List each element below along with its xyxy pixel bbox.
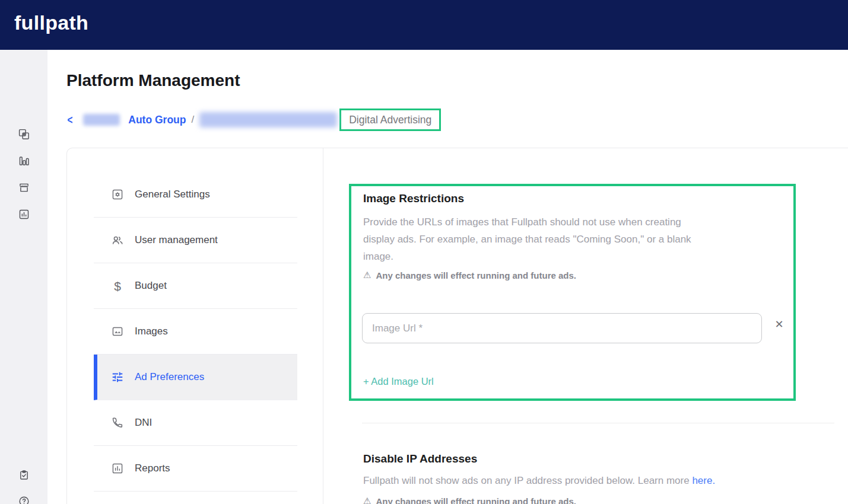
nav-item-ad-preferences[interactable]: Ad Preferences	[94, 355, 297, 400]
left-icon-rail	[0, 50, 47, 504]
warning-icon: ⚠	[363, 496, 371, 504]
add-image-url-link[interactable]: + Add Image Url	[363, 376, 434, 387]
section-divider	[362, 423, 834, 423]
disable-ip-warning: ⚠ Any changes will effect running and fu…	[363, 496, 576, 504]
disable-ip-description: Fullpath will not show ads on any IP add…	[363, 475, 715, 487]
nav-item-label: Ad Preferences	[135, 371, 204, 383]
highlight-box-breadcrumb: Digital Advertising	[339, 109, 441, 131]
users-icon	[110, 233, 125, 247]
disable-ip-description-text: Fullpath will not show ads on any IP add…	[363, 475, 692, 486]
breadcrumb-current: Digital Advertising	[349, 114, 431, 126]
sliders-icon	[110, 370, 125, 384]
settings-nav: General Settings User management $	[94, 172, 297, 492]
dollar-icon: $	[110, 279, 125, 293]
nav-item-label: Images	[135, 326, 168, 337]
warning-icon: ⚠	[363, 270, 371, 280]
image-url-input[interactable]	[362, 313, 762, 343]
nav-item-label: Reports	[135, 462, 170, 474]
image-restrictions-title: Image Restrictions	[363, 192, 464, 205]
store-icon[interactable]	[0, 176, 47, 199]
breadcrumb: < Auto Group / Digital Advertising	[66, 107, 441, 132]
redacted-breadcrumb-item	[83, 114, 120, 126]
fullpath-logo: fullpath	[14, 11, 88, 34]
general-settings-icon	[110, 187, 125, 202]
report-chart-icon	[110, 461, 125, 476]
nav-item-label: General Settings	[135, 189, 210, 200]
redacted-breadcrumb-item	[199, 112, 337, 127]
nav-item-dni[interactable]: DNI	[94, 400, 297, 446]
pages-icon[interactable]	[0, 123, 47, 145]
image-restrictions-description: Provide the URLs of images that Fullpath…	[363, 213, 697, 265]
help-icon[interactable]	[0, 490, 47, 504]
nav-item-general-settings[interactable]: General Settings	[94, 172, 297, 218]
image-restrictions-warning: ⚠ Any changes will effect running and fu…	[363, 270, 576, 280]
nav-item-label: DNI	[135, 417, 152, 429]
nav-item-label: User management	[135, 234, 218, 246]
nav-item-user-management[interactable]: User management	[94, 218, 297, 263]
nav-item-label: Budget	[135, 280, 167, 292]
nav-item-budget[interactable]: $ Budget	[94, 263, 297, 309]
remove-url-icon[interactable]: ✕	[770, 315, 788, 333]
back-chevron-icon[interactable]: <	[68, 113, 73, 127]
disable-ip-title: Disable IP Addresses	[363, 452, 477, 465]
phone-icon	[110, 416, 125, 430]
images-icon	[110, 324, 125, 339]
panel-divider	[323, 148, 323, 504]
nav-item-reports[interactable]: Reports	[94, 446, 297, 492]
warning-text: Any changes will effect running and futu…	[376, 270, 576, 280]
top-header: fullpath	[0, 0, 848, 50]
breadcrumb-separator: /	[191, 114, 194, 126]
nav-item-images[interactable]: Images	[94, 309, 297, 355]
highlight-box-image-restrictions: Image Restrictions Provide the URLs of i…	[349, 184, 796, 401]
breadcrumb-group-link[interactable]: Auto Group	[128, 114, 186, 126]
clipboard-check-icon[interactable]	[0, 464, 47, 486]
platform-management-page: fullpath	[0, 0, 848, 504]
learn-more-link[interactable]: here.	[692, 475, 715, 486]
warning-text: Any changes will effect running and futu…	[376, 496, 576, 504]
page-title: Platform Management	[66, 71, 240, 90]
bar-chart-icon[interactable]	[0, 149, 47, 172]
chart-box-icon[interactable]	[0, 203, 47, 225]
